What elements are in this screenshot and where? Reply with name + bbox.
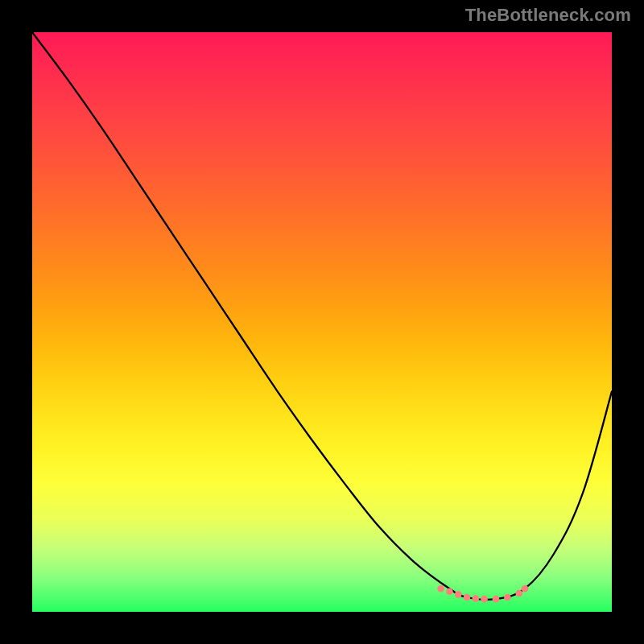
plot-area [32,32,612,612]
watermark-text: TheBottleneck.com [465,5,631,26]
chart-frame: TheBottleneck.com [0,0,644,644]
trough-dot [464,594,471,601]
trough-dot [446,588,453,595]
trough-dot [504,594,511,601]
trough-dot [522,585,529,592]
trough-dot [493,596,500,603]
bottleneck-curve [32,32,612,600]
bottleneck-chart [32,32,612,612]
trough-dot [472,595,479,602]
trough-dot [455,591,462,598]
trough-dot [481,596,488,603]
trough-dot [437,585,444,592]
trough-dot [515,590,522,597]
